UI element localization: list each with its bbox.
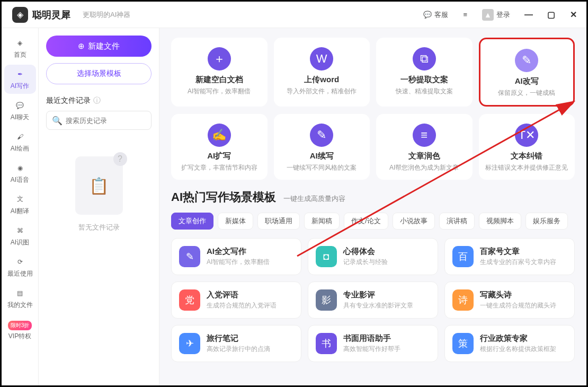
- feature-文章润色[interactable]: ≡ 文章润色 AI帮您润色为成为新文章: [376, 114, 473, 180]
- scene-入党评语[interactable]: 党 入党评语生成符合规范的入党评语: [171, 282, 301, 319]
- sidebar-item-label: AI绘画: [11, 144, 29, 153]
- feature-title: AI扩写: [207, 151, 231, 161]
- login-label: 登录: [496, 10, 510, 20]
- search-field[interactable]: [66, 117, 155, 125]
- scene-心得体会[interactable]: ◘ 心得体会记录成长与经验: [308, 238, 438, 275]
- feature-sub: 保留原义，一键成稿: [498, 89, 555, 98]
- section-header: AI热门写作场景模板 一键生成高质量内容: [171, 189, 575, 205]
- feature-新建空白文档[interactable]: ＋ 新建空白文档 AI智能写作，效率翻倍: [171, 38, 268, 107]
- scene-sub: AI智能写作，效率翻倍: [207, 258, 270, 267]
- left-panel: ⊕ 新建文件 选择场景模板 最近文件记录 ⓘ 🔍 📋? 暂无文件记录: [39, 28, 159, 385]
- audio-icon: ◉: [14, 162, 26, 174]
- section-title: AI热门写作场景模板: [171, 189, 276, 205]
- tab-娱乐服务[interactable]: 娱乐服务: [525, 213, 568, 230]
- scene-行业政策专家[interactable]: 策 行业政策专家根据行业名称提供政策框架: [444, 325, 575, 362]
- recent-label-text: 最近文件记录: [46, 96, 91, 105]
- scene-title: 行业政策专家: [480, 333, 556, 344]
- scene-title: 百家号文章: [480, 247, 556, 257]
- sidebar-item-clock[interactable]: ⟳最近使用: [4, 252, 36, 282]
- home-icon: ◈: [14, 37, 26, 49]
- maximize-button[interactable]: ▢: [543, 7, 559, 23]
- feature-title: AI续写: [310, 151, 334, 161]
- help-icon[interactable]: ⓘ: [93, 96, 101, 105]
- feature-文本纠错[interactable]: T✕ 文本纠错 标注错误文本并提供修正意见: [479, 114, 575, 180]
- feature-AI改写[interactable]: ✎ AI改写 保留原义，一键成稿: [479, 38, 575, 107]
- file-icon: ▤: [14, 287, 26, 299]
- sidebar-item-label: VIP特权: [8, 332, 31, 341]
- sidebar-item-scan[interactable]: ⌘AI识图: [4, 221, 36, 250]
- feature-一秒提取文案[interactable]: ⧉ 一秒提取文案 快速、精准提取文案: [376, 38, 473, 107]
- menu-button[interactable]: ≡: [459, 8, 471, 21]
- app-name: 聪明灵犀: [32, 8, 70, 21]
- sidebar-item-audio[interactable]: ◉AI语音: [4, 159, 36, 188]
- clock-icon: ⟳: [14, 256, 26, 268]
- sidebar-item-chat[interactable]: 💬AI聊天: [4, 96, 36, 125]
- feature-AI续写[interactable]: ✎ AI续写 一键续写不同风格的文案: [274, 114, 370, 180]
- sidebar-item-file[interactable]: ▤我的文件: [4, 284, 36, 313]
- sidebar-item-vip[interactable]: 限时3折VIP特权: [4, 315, 36, 344]
- login-button[interactable]: ▲ 登录: [478, 7, 514, 23]
- choose-template-button[interactable]: 选择场景模板: [46, 63, 152, 84]
- scene-sub: 高效记录旅行中的点滴: [207, 345, 270, 354]
- sidebar-item-label: AI语音: [11, 175, 29, 184]
- menu-icon: ≡: [463, 11, 467, 19]
- scene-专业影评[interactable]: 影 专业影评具有专业水准的影评文章: [308, 282, 438, 319]
- section-sub: 一键生成高质量内容: [283, 194, 345, 204]
- scene-旅行笔记[interactable]: ✈ 旅行笔记高效记录旅行中的点滴: [171, 325, 301, 362]
- sidebar-item-label: AI聊天: [11, 113, 29, 122]
- chat-icon: 💬: [14, 100, 26, 111]
- scene-百家号文章[interactable]: 百 百家号文章生成专业的百家号文章内容: [444, 238, 575, 275]
- sidebar-item-feather[interactable]: ✒AI写作: [4, 65, 36, 94]
- tab-作文/论文[interactable]: 作文/论文: [344, 213, 388, 230]
- tab-演讲稿[interactable]: 演讲稿: [439, 213, 475, 230]
- sidebar-item-label: 首页: [14, 50, 26, 59]
- brush-icon: 🖌: [14, 131, 26, 143]
- feature-title: 一秒提取文案: [400, 75, 448, 85]
- empty-icon: 📋?: [75, 156, 123, 215]
- scene-icon: ✈: [179, 333, 200, 354]
- feature-icon: ✎: [310, 124, 333, 147]
- feature-AI扩写[interactable]: ✍ AI扩写 扩写文章，丰富情节和内容: [171, 114, 268, 180]
- feature-title: 新建空白文档: [195, 75, 243, 85]
- new-file-button[interactable]: ⊕ 新建文件: [46, 36, 152, 57]
- translate-icon: 文: [14, 194, 26, 205]
- tab-新闻稿[interactable]: 新闻稿: [304, 213, 340, 230]
- feature-sub: 标注错误文本并提供修正意见: [485, 163, 568, 172]
- feature-icon: ✍: [208, 124, 231, 147]
- scene-title: 旅行笔记: [207, 333, 270, 344]
- empty-text: 暂无文件记录: [78, 223, 120, 232]
- sidebar-item-label: 我的文件: [7, 301, 33, 310]
- scene-写藏头诗[interactable]: 诗 写藏头诗一键生成符合规范的藏头诗: [444, 282, 575, 319]
- scene-title: 写藏头诗: [480, 290, 556, 300]
- close-button[interactable]: ✕: [565, 7, 581, 23]
- scene-icon: 策: [452, 333, 474, 354]
- feature-sub: 扩写文章，丰富情节和内容: [181, 163, 257, 172]
- sidebar-item-brush[interactable]: 🖌AI绘画: [4, 127, 36, 156]
- feature-title: AI改写: [515, 76, 539, 86]
- feature-sub: 一键续写不同风格的文案: [287, 163, 357, 172]
- tab-视频脚本[interactable]: 视频脚本: [479, 213, 521, 230]
- sidebar-item-label: AI识图: [11, 238, 29, 247]
- feature-上传word[interactable]: W 上传word 导入外部文件，精准创作: [274, 38, 370, 107]
- logo-icon: ◈: [12, 7, 28, 23]
- scene-icon: 书: [316, 333, 337, 354]
- scene-书面用语助手[interactable]: 书 书面用语助手高效智能写作好帮手: [308, 325, 438, 362]
- minimize-button[interactable]: —: [521, 7, 537, 23]
- support-label: 客服: [434, 10, 448, 20]
- sidebar-item-home[interactable]: ◈首页: [4, 33, 36, 63]
- scene-AI全文写作[interactable]: ✎ AI全文写作AI智能写作，效率翻倍: [171, 238, 301, 275]
- tab-新媒体[interactable]: 新媒体: [218, 213, 253, 230]
- search-history-input[interactable]: 🔍: [46, 111, 152, 130]
- empty-state: 📋? 暂无文件记录: [46, 156, 152, 232]
- sidebar-item-translate[interactable]: 文AI翻译: [4, 190, 36, 219]
- scene-title: 书面用语助手: [343, 333, 400, 344]
- feature-icon: ✎: [515, 49, 538, 72]
- scene-sub: 生成符合规范的入党评语: [207, 301, 277, 310]
- support-button[interactable]: 💬 客服: [419, 8, 452, 22]
- feature-sub: AI智能写作，效率翻倍: [188, 87, 251, 96]
- scene-icon: 影: [316, 289, 337, 311]
- vip-badge: 限时3折: [8, 321, 32, 330]
- tab-职场通用[interactable]: 职场通用: [257, 213, 300, 230]
- tab-小说故事[interactable]: 小说故事: [393, 213, 435, 230]
- tab-文章创作[interactable]: 文章创作: [171, 213, 213, 230]
